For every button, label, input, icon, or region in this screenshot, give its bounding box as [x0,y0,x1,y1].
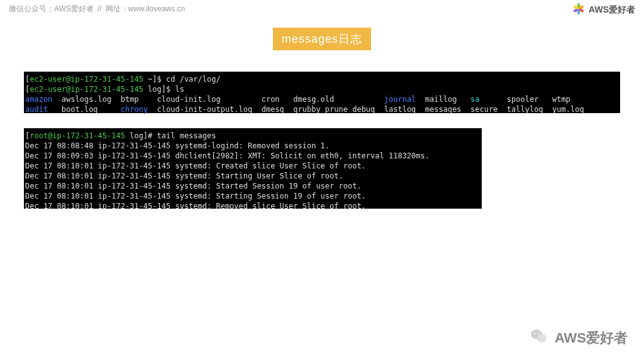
page-title: messages日志 [273,28,371,50]
flower-icon [572,3,585,18]
brand-logo-top: AWS爱好者 [572,3,635,18]
svg-point-11 [543,337,544,338]
url-text: www.iloveaws.cn [128,4,186,13]
terminal-ls-output: [ec2-user@ip-172-31-45-145 ~]$ cd /var/l… [24,72,620,113]
watermark-text: AWS爱好者 [555,329,628,348]
watermark: AWS爱好者 [530,327,628,349]
wechat-icon [530,327,548,349]
separator: // [97,4,102,13]
wechat-name: AWS爱好者 [54,4,94,14]
svg-point-8 [534,332,535,334]
svg-point-7 [537,334,547,343]
page-header: 微信公众号： AWS爱好者 // 网址： www.iloveaws.cn [0,0,644,18]
wechat-label: 微信公众号： [9,4,54,14]
svg-point-9 [538,332,539,334]
terminal-tail-output: [root@ip-172-31-45-145 log]# tail messag… [24,128,482,209]
url-label: 网址： [106,4,128,14]
brand-text-top: AWS爱好者 [589,4,635,16]
svg-point-10 [540,337,541,338]
